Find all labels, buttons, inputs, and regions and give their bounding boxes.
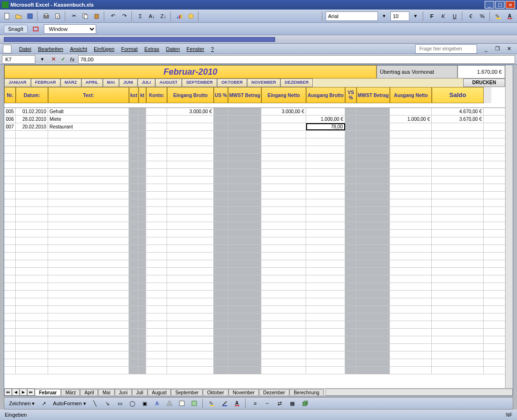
cell[interactable] bbox=[345, 161, 357, 168]
cell[interactable] bbox=[357, 283, 390, 290]
month-tab-oktober[interactable]: OKTOBER bbox=[217, 78, 247, 87]
month-tab-juni[interactable]: JUNI bbox=[119, 78, 138, 87]
cell[interactable] bbox=[139, 192, 146, 199]
cell[interactable] bbox=[167, 344, 214, 351]
cell[interactable] bbox=[4, 207, 16, 214]
cell[interactable] bbox=[357, 154, 390, 161]
cell[interactable] bbox=[228, 306, 261, 313]
table-row[interactable] bbox=[4, 329, 505, 336]
cell[interactable] bbox=[139, 253, 146, 260]
cell[interactable] bbox=[146, 131, 167, 138]
new-icon[interactable] bbox=[2, 11, 12, 21]
rectangle-icon[interactable]: ▭ bbox=[115, 398, 125, 409]
cell[interactable] bbox=[345, 253, 357, 260]
cell[interactable] bbox=[48, 359, 129, 366]
cell[interactable] bbox=[16, 146, 48, 153]
table-row[interactable] bbox=[4, 237, 505, 245]
picture-icon[interactable] bbox=[189, 398, 199, 409]
table-row[interactable] bbox=[4, 192, 505, 199]
cell[interactable] bbox=[4, 138, 16, 146]
cell[interactable] bbox=[167, 283, 214, 290]
cell[interactable] bbox=[214, 184, 228, 191]
cell[interactable] bbox=[261, 222, 306, 229]
formula-input[interactable] bbox=[78, 55, 515, 64]
cell[interactable] bbox=[261, 237, 306, 244]
cell[interactable] bbox=[48, 268, 129, 275]
cell[interactable] bbox=[16, 321, 48, 328]
horizontal-scrollbar[interactable] bbox=[326, 389, 513, 396]
cell[interactable] bbox=[432, 344, 484, 351]
cell[interactable] bbox=[129, 245, 139, 252]
cell[interactable] bbox=[357, 169, 390, 176]
cell[interactable] bbox=[345, 116, 357, 123]
cell[interactable] bbox=[357, 199, 390, 206]
menu-extras[interactable]: Extras bbox=[141, 45, 162, 53]
cell[interactable] bbox=[129, 176, 139, 184]
cell[interactable] bbox=[306, 199, 345, 206]
sort-asc-icon[interactable]: A↓ bbox=[147, 11, 157, 21]
cell[interactable] bbox=[4, 184, 16, 191]
cell[interactable] bbox=[129, 275, 139, 283]
cell[interactable] bbox=[129, 352, 139, 359]
cell[interactable]: 1.000,00 € bbox=[390, 116, 432, 123]
cell[interactable] bbox=[146, 275, 167, 283]
name-dropdown-icon[interactable]: ▾ bbox=[37, 54, 48, 65]
cell[interactable] bbox=[4, 260, 16, 267]
cell[interactable] bbox=[139, 298, 146, 305]
cell[interactable] bbox=[129, 184, 139, 191]
font-color-icon[interactable]: A bbox=[505, 11, 515, 21]
cell[interactable] bbox=[146, 161, 167, 168]
cell[interactable] bbox=[228, 116, 261, 123]
cell[interactable] bbox=[48, 237, 129, 244]
cell[interactable]: 4.670,00 € bbox=[432, 108, 484, 115]
cell[interactable] bbox=[16, 169, 48, 176]
cell[interactable] bbox=[345, 108, 357, 115]
oval-icon[interactable]: ◯ bbox=[127, 398, 138, 409]
cell[interactable] bbox=[357, 176, 390, 184]
cell[interactable] bbox=[432, 215, 484, 222]
cell[interactable] bbox=[16, 298, 48, 305]
table-row[interactable] bbox=[4, 321, 505, 329]
ruler-bar[interactable] bbox=[4, 37, 275, 42]
cell[interactable] bbox=[345, 146, 357, 153]
fill-color-icon-2[interactable] bbox=[207, 398, 218, 409]
cell[interactable] bbox=[228, 131, 261, 138]
cell[interactable] bbox=[146, 336, 167, 343]
cell[interactable] bbox=[357, 222, 390, 229]
cell[interactable] bbox=[146, 116, 167, 123]
menu-datei[interactable]: Datei bbox=[16, 45, 34, 53]
cell[interactable] bbox=[432, 306, 484, 313]
table-row[interactable] bbox=[4, 298, 505, 306]
cell[interactable] bbox=[432, 367, 484, 374]
cell[interactable] bbox=[345, 291, 357, 298]
cell[interactable] bbox=[139, 131, 146, 138]
cell[interactable] bbox=[228, 245, 261, 252]
cell[interactable] bbox=[4, 336, 16, 343]
cell[interactable] bbox=[146, 367, 167, 374]
cell[interactable] bbox=[357, 123, 390, 130]
cell[interactable] bbox=[306, 260, 345, 267]
cell[interactable] bbox=[357, 215, 390, 222]
cell[interactable] bbox=[228, 275, 261, 283]
cell[interactable] bbox=[214, 154, 228, 161]
cell[interactable] bbox=[16, 215, 48, 222]
cell[interactable] bbox=[306, 352, 345, 359]
minimize-button[interactable]: _ bbox=[485, 1, 494, 9]
cell[interactable] bbox=[129, 199, 139, 206]
cell[interactable] bbox=[345, 367, 357, 374]
cell[interactable] bbox=[129, 108, 139, 115]
cell[interactable] bbox=[139, 222, 146, 229]
cell[interactable] bbox=[390, 306, 432, 313]
cell[interactable] bbox=[228, 161, 261, 168]
cell[interactable] bbox=[306, 275, 345, 283]
cell[interactable] bbox=[48, 138, 129, 146]
cell[interactable] bbox=[129, 313, 139, 321]
cell[interactable] bbox=[167, 123, 214, 130]
cell[interactable] bbox=[214, 268, 228, 275]
cell[interactable] bbox=[345, 176, 357, 184]
cell[interactable] bbox=[4, 344, 16, 351]
cell[interactable] bbox=[48, 215, 129, 222]
cell[interactable] bbox=[432, 161, 484, 168]
cell[interactable] bbox=[48, 253, 129, 260]
cell[interactable] bbox=[146, 329, 167, 336]
